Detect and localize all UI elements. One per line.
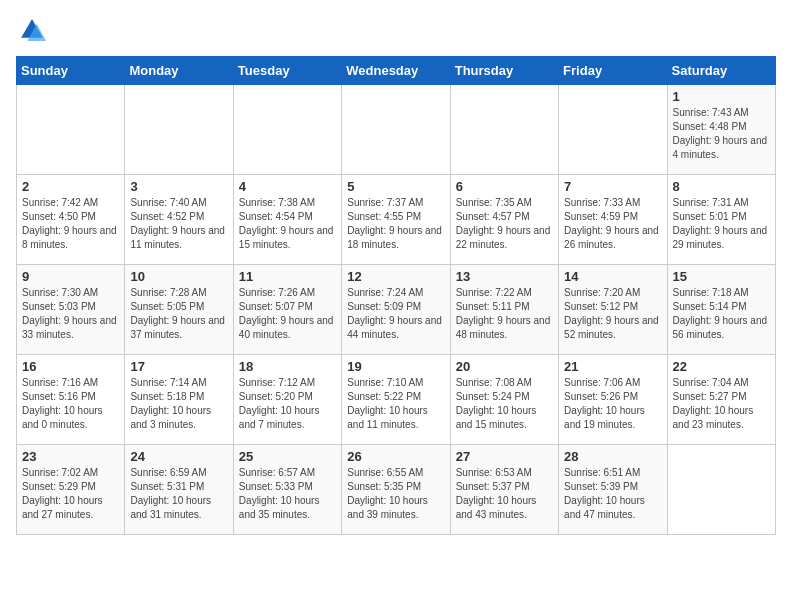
day-number: 12 (347, 269, 444, 284)
day-info: Sunrise: 7:18 AM Sunset: 5:14 PM Dayligh… (673, 286, 770, 342)
weekday-header-thursday: Thursday (450, 57, 558, 85)
day-number: 22 (673, 359, 770, 374)
day-info: Sunrise: 6:51 AM Sunset: 5:39 PM Dayligh… (564, 466, 661, 522)
day-info: Sunrise: 7:30 AM Sunset: 5:03 PM Dayligh… (22, 286, 119, 342)
day-number: 20 (456, 359, 553, 374)
weekday-header-friday: Friday (559, 57, 667, 85)
day-info: Sunrise: 7:42 AM Sunset: 4:50 PM Dayligh… (22, 196, 119, 252)
calendar-week-3: 9Sunrise: 7:30 AM Sunset: 5:03 PM Daylig… (17, 265, 776, 355)
calendar-cell: 5Sunrise: 7:37 AM Sunset: 4:55 PM Daylig… (342, 175, 450, 265)
day-number: 3 (130, 179, 227, 194)
day-info: Sunrise: 7:37 AM Sunset: 4:55 PM Dayligh… (347, 196, 444, 252)
calendar-week-1: 1Sunrise: 7:43 AM Sunset: 4:48 PM Daylig… (17, 85, 776, 175)
day-number: 8 (673, 179, 770, 194)
day-number: 13 (456, 269, 553, 284)
calendar-cell: 25Sunrise: 6:57 AM Sunset: 5:33 PM Dayli… (233, 445, 341, 535)
day-number: 21 (564, 359, 661, 374)
day-number: 7 (564, 179, 661, 194)
day-number: 16 (22, 359, 119, 374)
day-number: 9 (22, 269, 119, 284)
day-number: 6 (456, 179, 553, 194)
calendar-cell: 14Sunrise: 7:20 AM Sunset: 5:12 PM Dayli… (559, 265, 667, 355)
day-info: Sunrise: 7:20 AM Sunset: 5:12 PM Dayligh… (564, 286, 661, 342)
day-info: Sunrise: 7:02 AM Sunset: 5:29 PM Dayligh… (22, 466, 119, 522)
calendar-header-row: SundayMondayTuesdayWednesdayThursdayFrid… (17, 57, 776, 85)
day-info: Sunrise: 7:43 AM Sunset: 4:48 PM Dayligh… (673, 106, 770, 162)
day-number: 25 (239, 449, 336, 464)
logo (16, 16, 48, 48)
day-info: Sunrise: 7:38 AM Sunset: 4:54 PM Dayligh… (239, 196, 336, 252)
day-number: 11 (239, 269, 336, 284)
calendar-cell: 18Sunrise: 7:12 AM Sunset: 5:20 PM Dayli… (233, 355, 341, 445)
day-number: 27 (456, 449, 553, 464)
calendar-cell: 20Sunrise: 7:08 AM Sunset: 5:24 PM Dayli… (450, 355, 558, 445)
calendar-cell: 13Sunrise: 7:22 AM Sunset: 5:11 PM Dayli… (450, 265, 558, 355)
weekday-header-sunday: Sunday (17, 57, 125, 85)
day-info: Sunrise: 7:08 AM Sunset: 5:24 PM Dayligh… (456, 376, 553, 432)
day-info: Sunrise: 6:53 AM Sunset: 5:37 PM Dayligh… (456, 466, 553, 522)
calendar-week-5: 23Sunrise: 7:02 AM Sunset: 5:29 PM Dayli… (17, 445, 776, 535)
day-info: Sunrise: 7:12 AM Sunset: 5:20 PM Dayligh… (239, 376, 336, 432)
day-info: Sunrise: 7:06 AM Sunset: 5:26 PM Dayligh… (564, 376, 661, 432)
calendar-cell: 12Sunrise: 7:24 AM Sunset: 5:09 PM Dayli… (342, 265, 450, 355)
day-info: Sunrise: 7:22 AM Sunset: 5:11 PM Dayligh… (456, 286, 553, 342)
calendar-cell: 15Sunrise: 7:18 AM Sunset: 5:14 PM Dayli… (667, 265, 775, 355)
day-number: 26 (347, 449, 444, 464)
weekday-header-wednesday: Wednesday (342, 57, 450, 85)
day-info: Sunrise: 7:26 AM Sunset: 5:07 PM Dayligh… (239, 286, 336, 342)
day-info: Sunrise: 7:16 AM Sunset: 5:16 PM Dayligh… (22, 376, 119, 432)
day-number: 24 (130, 449, 227, 464)
calendar-cell: 16Sunrise: 7:16 AM Sunset: 5:16 PM Dayli… (17, 355, 125, 445)
calendar-cell (342, 85, 450, 175)
calendar-cell: 2Sunrise: 7:42 AM Sunset: 4:50 PM Daylig… (17, 175, 125, 265)
day-info: Sunrise: 6:57 AM Sunset: 5:33 PM Dayligh… (239, 466, 336, 522)
calendar-cell: 6Sunrise: 7:35 AM Sunset: 4:57 PM Daylig… (450, 175, 558, 265)
day-info: Sunrise: 7:10 AM Sunset: 5:22 PM Dayligh… (347, 376, 444, 432)
day-number: 18 (239, 359, 336, 374)
day-info: Sunrise: 7:33 AM Sunset: 4:59 PM Dayligh… (564, 196, 661, 252)
day-number: 5 (347, 179, 444, 194)
calendar-cell: 17Sunrise: 7:14 AM Sunset: 5:18 PM Dayli… (125, 355, 233, 445)
day-info: Sunrise: 7:40 AM Sunset: 4:52 PM Dayligh… (130, 196, 227, 252)
calendar-cell: 23Sunrise: 7:02 AM Sunset: 5:29 PM Dayli… (17, 445, 125, 535)
calendar-week-4: 16Sunrise: 7:16 AM Sunset: 5:16 PM Dayli… (17, 355, 776, 445)
calendar-cell: 22Sunrise: 7:04 AM Sunset: 5:27 PM Dayli… (667, 355, 775, 445)
day-number: 28 (564, 449, 661, 464)
calendar-cell: 7Sunrise: 7:33 AM Sunset: 4:59 PM Daylig… (559, 175, 667, 265)
calendar-cell: 1Sunrise: 7:43 AM Sunset: 4:48 PM Daylig… (667, 85, 775, 175)
calendar-cell: 10Sunrise: 7:28 AM Sunset: 5:05 PM Dayli… (125, 265, 233, 355)
calendar-cell: 26Sunrise: 6:55 AM Sunset: 5:35 PM Dayli… (342, 445, 450, 535)
day-info: Sunrise: 7:28 AM Sunset: 5:05 PM Dayligh… (130, 286, 227, 342)
calendar-cell (233, 85, 341, 175)
calendar-cell (125, 85, 233, 175)
day-info: Sunrise: 7:24 AM Sunset: 5:09 PM Dayligh… (347, 286, 444, 342)
calendar-cell: 3Sunrise: 7:40 AM Sunset: 4:52 PM Daylig… (125, 175, 233, 265)
day-info: Sunrise: 7:04 AM Sunset: 5:27 PM Dayligh… (673, 376, 770, 432)
day-number: 4 (239, 179, 336, 194)
calendar-cell: 27Sunrise: 6:53 AM Sunset: 5:37 PM Dayli… (450, 445, 558, 535)
weekday-header-monday: Monday (125, 57, 233, 85)
weekday-header-tuesday: Tuesday (233, 57, 341, 85)
day-number: 14 (564, 269, 661, 284)
day-number: 15 (673, 269, 770, 284)
day-info: Sunrise: 7:35 AM Sunset: 4:57 PM Dayligh… (456, 196, 553, 252)
calendar-cell (450, 85, 558, 175)
calendar-cell (667, 445, 775, 535)
calendar-cell (17, 85, 125, 175)
day-info: Sunrise: 6:59 AM Sunset: 5:31 PM Dayligh… (130, 466, 227, 522)
day-number: 19 (347, 359, 444, 374)
day-number: 17 (130, 359, 227, 374)
day-number: 23 (22, 449, 119, 464)
day-info: Sunrise: 6:55 AM Sunset: 5:35 PM Dayligh… (347, 466, 444, 522)
calendar-cell: 11Sunrise: 7:26 AM Sunset: 5:07 PM Dayli… (233, 265, 341, 355)
calendar-cell: 9Sunrise: 7:30 AM Sunset: 5:03 PM Daylig… (17, 265, 125, 355)
day-number: 1 (673, 89, 770, 104)
day-info: Sunrise: 7:14 AM Sunset: 5:18 PM Dayligh… (130, 376, 227, 432)
page-header (16, 16, 776, 48)
calendar-cell: 28Sunrise: 6:51 AM Sunset: 5:39 PM Dayli… (559, 445, 667, 535)
logo-icon (18, 16, 46, 44)
calendar-week-2: 2Sunrise: 7:42 AM Sunset: 4:50 PM Daylig… (17, 175, 776, 265)
day-number: 10 (130, 269, 227, 284)
calendar-cell: 24Sunrise: 6:59 AM Sunset: 5:31 PM Dayli… (125, 445, 233, 535)
calendar-table: SundayMondayTuesdayWednesdayThursdayFrid… (16, 56, 776, 535)
